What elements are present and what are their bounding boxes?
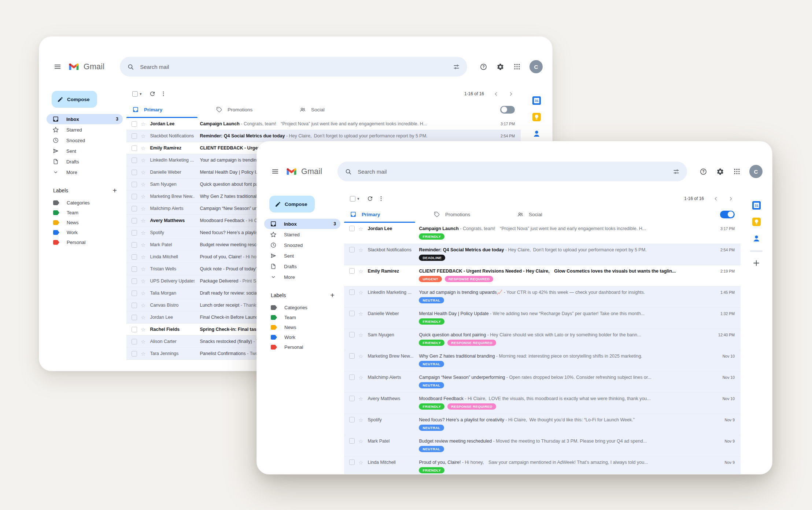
star-icon[interactable]: ☆ — [141, 351, 145, 357]
row-checkbox[interactable] — [349, 332, 355, 337]
star-icon[interactable]: ☆ — [141, 326, 145, 333]
row-checkbox[interactable] — [132, 218, 137, 223]
sidebar-item-drafts[interactable]: Drafts — [264, 261, 340, 271]
contacts-icon[interactable] — [750, 232, 762, 244]
hamburger-menu-icon[interactable] — [268, 164, 283, 179]
email-row[interactable]: ☆Mailchimp AlertsCampaign “New Season” u… — [344, 372, 741, 393]
sidebar-item-sent[interactable]: Sent — [47, 146, 123, 156]
search-options-icon[interactable] — [450, 60, 463, 73]
email-row[interactable]: ☆Sam NyugenQuick question about font pai… — [344, 329, 741, 350]
older-page-icon[interactable] — [508, 91, 514, 97]
row-checkbox[interactable] — [349, 417, 355, 422]
star-icon[interactable]: ☆ — [141, 206, 145, 212]
sidebar-item-starred[interactable]: Starred — [47, 125, 123, 135]
contacts-icon[interactable] — [531, 128, 542, 139]
more-options-icon[interactable] — [376, 193, 387, 204]
search-bar[interactable] — [337, 162, 687, 181]
label-item-news[interactable]: News — [39, 218, 126, 228]
refresh-icon[interactable] — [147, 88, 158, 99]
star-icon[interactable]: ☆ — [141, 339, 145, 345]
email-row[interactable]: ☆Linda MitchellProud of you, Claire! - H… — [344, 457, 741, 474]
get-addons-icon[interactable] — [750, 257, 762, 269]
row-checkbox[interactable] — [132, 230, 137, 236]
email-row[interactable]: ☆Marketing Brew New...Why Gen Z hates tr… — [344, 350, 741, 372]
star-icon[interactable]: ☆ — [141, 193, 145, 200]
star-icon[interactable]: ☆ — [141, 169, 145, 175]
row-checkbox[interactable] — [349, 374, 355, 380]
email-row[interactable]: ☆Mark PatelBudget review meeting resched… — [344, 435, 741, 457]
add-label-icon[interactable]: + — [330, 292, 335, 299]
row-checkbox[interactable] — [132, 327, 137, 332]
tab-social[interactable]: Social — [511, 206, 595, 223]
email-row[interactable]: ☆Avery MatthewsMoodboard Feedback - Hi C… — [344, 393, 741, 414]
star-icon[interactable]: ☆ — [358, 417, 363, 423]
search-bar[interactable] — [120, 57, 467, 77]
row-checkbox[interactable] — [132, 206, 137, 211]
select-all-checkbox[interactable] — [350, 196, 355, 202]
row-checkbox[interactable] — [132, 291, 137, 296]
add-label-icon[interactable]: + — [112, 187, 117, 194]
label-item-categories[interactable]: Categories — [39, 198, 126, 208]
row-checkbox[interactable] — [349, 396, 355, 401]
email-row[interactable]: ☆Jordan LeeCampaign Launch - Congrats, t… — [126, 118, 521, 130]
compose-button[interactable]: Compose — [269, 196, 315, 212]
sidebar-item-sent[interactable]: Sent — [264, 251, 340, 261]
star-icon[interactable]: ☆ — [141, 278, 145, 284]
priority-toggle[interactable] — [500, 106, 515, 114]
star-icon[interactable]: ☆ — [358, 289, 363, 296]
label-item-work[interactable]: Work — [257, 332, 344, 342]
row-checkbox[interactable] — [132, 194, 137, 199]
row-checkbox[interactable] — [132, 242, 137, 248]
sidebar-item-starred[interactable]: Starred — [264, 229, 340, 240]
label-item-team[interactable]: Team — [257, 313, 344, 322]
email-row[interactable]: ☆Slackbot NotificationsReminder: Q4 Soci… — [344, 244, 741, 265]
star-icon[interactable]: ☆ — [141, 157, 145, 163]
sidebar-item-drafts[interactable]: Drafts — [47, 156, 123, 167]
sidebar-item-snoozed[interactable]: Snoozed — [264, 240, 340, 250]
newer-page-icon[interactable] — [493, 91, 499, 97]
calendar-icon[interactable]: 31 — [750, 199, 762, 211]
label-item-work[interactable]: Work — [39, 228, 126, 237]
sidebar-item-inbox[interactable]: Inbox3 — [264, 219, 340, 229]
star-icon[interactable]: ☆ — [141, 181, 145, 188]
row-checkbox[interactable] — [132, 278, 137, 284]
sidebar-item-inbox[interactable]: Inbox3 — [47, 114, 123, 124]
star-icon[interactable]: ☆ — [141, 314, 145, 321]
row-checkbox[interactable] — [132, 339, 137, 344]
star-icon[interactable]: ☆ — [358, 438, 363, 444]
row-checkbox[interactable] — [132, 266, 137, 272]
newer-page-icon[interactable] — [713, 196, 719, 202]
star-icon[interactable]: ☆ — [141, 218, 145, 224]
star-icon[interactable]: ☆ — [358, 226, 363, 232]
star-icon[interactable]: ☆ — [141, 254, 145, 260]
row-checkbox[interactable] — [132, 254, 137, 260]
email-row[interactable]: ☆LinkedIn Marketing ...Your ad campaign … — [344, 287, 741, 308]
star-icon[interactable]: ☆ — [358, 247, 363, 253]
tab-social[interactable]: Social — [294, 101, 377, 118]
row-checkbox[interactable] — [132, 158, 137, 163]
star-icon[interactable]: ☆ — [358, 268, 363, 274]
account-avatar[interactable]: C — [749, 165, 763, 178]
star-icon[interactable]: ☆ — [358, 353, 363, 359]
row-checkbox[interactable] — [132, 145, 137, 151]
hamburger-menu-icon[interactable] — [50, 59, 65, 74]
row-checkbox[interactable] — [349, 353, 355, 359]
sidebar-item-snoozed[interactable]: Snoozed — [47, 135, 123, 145]
email-row[interactable]: ☆Slackbot NotificationsReminder: Q4 Soci… — [126, 130, 521, 142]
star-icon[interactable]: ☆ — [358, 374, 363, 381]
star-icon[interactable]: ☆ — [358, 396, 363, 402]
keep-icon[interactable] — [750, 216, 762, 228]
calendar-icon[interactable]: 31 — [531, 95, 542, 106]
star-icon[interactable]: ☆ — [358, 332, 363, 338]
row-checkbox[interactable] — [132, 303, 137, 308]
search-options-icon[interactable] — [669, 165, 683, 178]
row-checkbox[interactable] — [349, 459, 355, 465]
star-icon[interactable]: ☆ — [141, 242, 145, 248]
row-checkbox[interactable] — [349, 311, 355, 316]
email-row[interactable]: ☆Danielle WeberMental Health Day | Polic… — [344, 308, 741, 329]
star-icon[interactable]: ☆ — [141, 266, 145, 272]
row-checkbox[interactable] — [349, 268, 355, 274]
star-icon[interactable]: ☆ — [358, 459, 363, 466]
tab-promotions[interactable]: Promotions — [428, 206, 511, 223]
row-checkbox[interactable] — [349, 289, 355, 295]
